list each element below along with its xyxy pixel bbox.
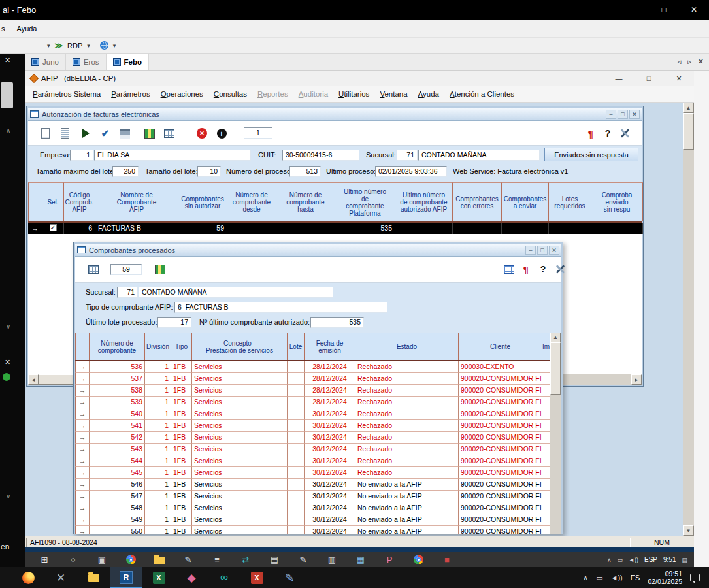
autorizacion-minimize-icon[interactable]: – — [606, 110, 616, 119]
autorizacion-close-icon[interactable]: ✕ — [629, 110, 640, 119]
search-icon[interactable]: ○ — [59, 552, 88, 567]
task-view-icon[interactable]: ▣ — [88, 552, 116, 567]
afip-menu-ayuda[interactable]: Ayuda — [413, 90, 444, 98]
scroll-up-icon[interactable]: ▲ — [550, 333, 561, 342]
paint-icon[interactable]: ✎ — [174, 552, 203, 567]
ultimo-comprobante-field[interactable]: 535 — [310, 317, 364, 328]
auth-grid-selected-row[interactable]: →✓6FACTURAS B59535 — [28, 223, 642, 234]
host-close-button[interactable]: ✕ — [679, 0, 709, 20]
proc-grid-row[interactable]: →53811FBServicios28/12/2024Rechazado9000… — [75, 385, 550, 397]
proc-grid-row[interactable]: →53611FBServicios28/12/2024Rechazado9000… — [75, 361, 550, 373]
local-tray-language[interactable]: ES — [631, 574, 640, 581]
sidebar-close-icon[interactable]: ✕ — [5, 56, 10, 65]
ultimo-lote-field[interactable]: 17 — [157, 317, 191, 328]
tray-clock[interactable]: 9:51 — [663, 556, 676, 563]
row-checkbox[interactable]: ✓ — [42, 223, 64, 234]
notification-center-icon[interactable]: ▤ — [682, 557, 687, 563]
cancel-icon[interactable]: ✕ — [194, 125, 210, 141]
proc-grid-row[interactable]: →54811FBServicios30/12/2024No enviado a … — [75, 502, 550, 514]
file-explorer-icon[interactable] — [145, 552, 174, 567]
rdp-caret-icon[interactable]: ▾ — [87, 42, 90, 49]
host-maximize-button[interactable]: □ — [649, 0, 679, 20]
tray-display-icon[interactable]: ▭ — [618, 557, 623, 563]
comprobantes-minimize-icon[interactable]: – — [525, 246, 536, 255]
afip-menu-atenci-n-a-clientes[interactable]: Atención a Clientes — [444, 90, 519, 98]
app-p-icon[interactable]: P — [375, 552, 404, 567]
proc-grid-row[interactable]: →55011FBServicios30/12/2024No enviado a … — [75, 526, 550, 534]
host-menu-ayuda[interactable]: Ayuda — [17, 25, 37, 33]
infinity-app-icon[interactable]: ∞ — [208, 567, 240, 588]
red-x-app-icon[interactable]: X — [240, 567, 273, 588]
cuit-field[interactable]: 30-50009415-6 — [282, 150, 359, 161]
firefox-icon[interactable] — [12, 567, 44, 588]
ledger-icon[interactable] — [142, 125, 157, 141]
help-icon[interactable]: ? — [600, 125, 616, 141]
empresa-code-field[interactable]: 1 — [70, 150, 93, 161]
calendar-icon[interactable]: ▦ — [346, 552, 375, 567]
session-tab-febo[interactable]: Febo — [107, 54, 149, 70]
lote-size-field[interactable]: 10 — [197, 166, 221, 177]
proc-grid-row[interactable]: →54611FBServicios30/12/2024No enviado a … — [75, 479, 550, 491]
comprobantes-maximize-icon[interactable]: □ — [537, 246, 548, 255]
tab-prev-icon[interactable]: ◃ — [678, 57, 682, 66]
save-icon[interactable] — [117, 125, 133, 141]
local-tray-display-icon[interactable]: ▭ — [596, 574, 602, 582]
fr-app-icon[interactable]: R — [110, 567, 142, 588]
pen-icon[interactable]: ✎ — [289, 552, 318, 567]
local-tray-clock[interactable]: 09:51 02/01/2025 — [648, 570, 682, 585]
comprobantes-titlebar[interactable]: Comprobantes procesados – □ ✕ — [75, 244, 561, 257]
proc-grid-row[interactable]: →54911FBServicios30/12/2024No enviado a … — [75, 514, 550, 526]
proc-grid-row[interactable]: →54011FBServicios30/12/2024Rechazado9000… — [75, 408, 550, 420]
enviados-sin-respuesta-button[interactable]: Enviados sin respuesta — [544, 148, 638, 161]
properties-icon[interactable] — [57, 125, 73, 141]
sidebar-close-2-icon[interactable]: ✕ — [5, 358, 10, 367]
proc-grid-row[interactable]: →54311FBServicios30/12/2024Rechazado9000… — [75, 444, 550, 455]
comprobantes-close-icon[interactable]: ✕ — [549, 246, 559, 255]
session-tab-eros[interactable]: Eros — [66, 54, 107, 70]
afip-menu-par-metros-sistema[interactable]: Parámetros Sistema — [27, 90, 106, 98]
confirm-icon[interactable]: ✔ — [97, 125, 113, 141]
reader-icon[interactable]: ▤ — [260, 552, 289, 567]
scroll-right-icon[interactable]: ► — [631, 374, 642, 385]
excel-icon[interactable]: X — [142, 567, 175, 588]
tray-chevron-icon[interactable]: ∧ — [607, 557, 612, 563]
afip-titlebar[interactable]: AFIP (dbELDIA - CP) — □ ✕ — [25, 71, 694, 86]
scroll-down-icon[interactable]: ∨ — [6, 323, 10, 330]
afip-menu-consultas[interactable]: Consultas — [208, 90, 252, 98]
table-view-icon[interactable] — [501, 261, 517, 277]
host-minimize-button[interactable]: — — [619, 0, 649, 20]
autorizacion-maximize-icon[interactable]: □ — [618, 110, 628, 119]
proc-grid-row[interactable]: →53711FBServicios28/12/2024Rechazado9000… — [75, 373, 550, 385]
scrollbar-thumb[interactable] — [683, 113, 694, 150]
chrome-alt-icon[interactable] — [404, 552, 433, 567]
afip-close-button[interactable]: ✕ — [664, 71, 694, 86]
folder-icon[interactable] — [77, 567, 110, 588]
local-tray-volume-icon[interactable]: ◄)) — [611, 574, 623, 581]
afip-menu-operaciones[interactable]: Operaciones — [156, 90, 208, 98]
tab-next-icon[interactable]: ▹ — [687, 57, 691, 66]
window-switch-icon[interactable]: ▥ — [318, 552, 346, 567]
proc-grid-row[interactable]: →53911FBServicios28/12/2024Rechazado9000… — [75, 397, 550, 408]
red-mark-icon[interactable]: ¶ — [518, 261, 534, 277]
sucursal-name-field[interactable]: CONTADO MAÑANA — [418, 150, 540, 161]
proc-grid-row[interactable]: →54711FBServicios30/12/2024No enviado a … — [75, 491, 550, 502]
afip-minimize-button[interactable]: — — [604, 71, 634, 86]
pen-app-icon[interactable]: ✎ — [273, 567, 306, 588]
afip-menu-reportes[interactable]: Reportes — [252, 90, 293, 98]
tab-close-icon[interactable]: ✕ — [698, 57, 704, 66]
new-document-icon[interactable] — [37, 125, 53, 141]
info-icon[interactable]: i — [214, 125, 229, 141]
local-tray-chevron-icon[interactable]: ∧ — [583, 574, 588, 582]
tools-icon[interactable] — [617, 125, 633, 141]
ledger-icon[interactable] — [152, 261, 168, 277]
export-grid-icon[interactable] — [161, 125, 177, 141]
sucursal-code-field[interactable]: 71 — [117, 287, 138, 298]
tools-icon[interactable] — [552, 261, 568, 277]
session-tab-juno[interactable]: Juno — [25, 54, 66, 70]
proceso-field[interactable]: 513 — [289, 166, 321, 177]
scroll-down-2-icon[interactable]: ∨ — [6, 493, 10, 500]
ultimo-proceso-field[interactable]: 02/01/2025 9:03:36 — [375, 166, 447, 177]
tray-language[interactable]: ESP — [644, 556, 657, 563]
tray-volume-icon[interactable]: ◄)) — [629, 557, 638, 563]
lote-max-field[interactable]: 250 — [112, 166, 139, 177]
